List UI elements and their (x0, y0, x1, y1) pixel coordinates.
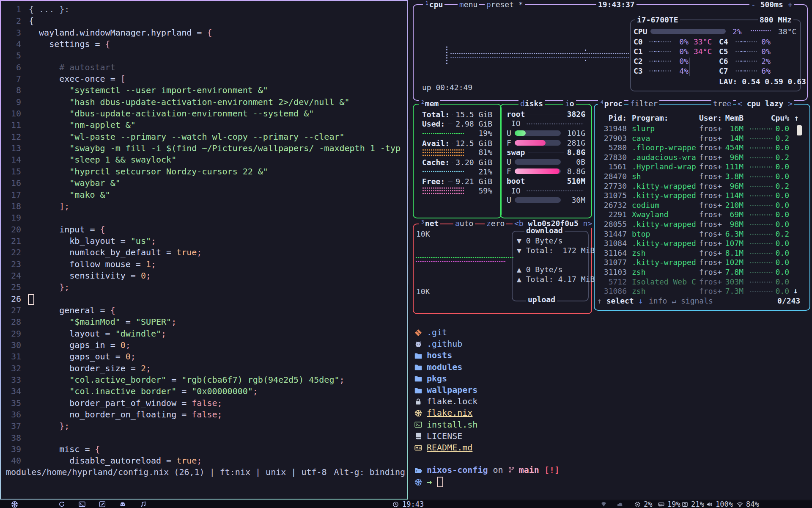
code-line-34[interactable]: 34"col.inactive_border" = "0x00000000"; (1, 386, 407, 397)
file-entry-wallpapers[interactable]: wallpapers (414, 384, 477, 396)
file-name: .git (427, 327, 447, 338)
file-entry-.git[interactable]: .git (414, 327, 447, 338)
code-line-21[interactable]: 21kb_layout = "us"; (1, 235, 407, 247)
github-icon (414, 340, 422, 348)
file-name: hosts (427, 350, 452, 361)
status-module-wifi-icon[interactable]: 84% (737, 500, 759, 508)
code-line-4[interactable]: 4settings = { (1, 39, 407, 50)
code-line-12[interactable]: 12"wl-paste --primary --watch wl-copy --… (1, 131, 407, 143)
waybar: 19:432%19%21%100%84% (0, 500, 812, 508)
code-line-10[interactable]: 10"dbus-update-activation-environment --… (1, 108, 407, 119)
line-number: 6 (1, 62, 21, 73)
launcher-terminal-icon[interactable] (79, 500, 85, 508)
file-entry-flake.lock[interactable]: flake.lock (414, 396, 477, 407)
launcher-refresh-icon[interactable] (58, 500, 65, 508)
line-number: 11 (1, 119, 21, 131)
nix-menu-button[interactable] (11, 500, 18, 508)
line-number: 37 (1, 420, 21, 432)
status-module-ram-icon[interactable]: 19% (658, 500, 680, 508)
code-line-28[interactable]: 28"$mainMod" = "SUPER"; (1, 316, 407, 328)
editor-window[interactable]: 1{ ... }:2{3wayland.windowManager.hyprla… (0, 0, 408, 500)
code-line-5[interactable]: 5 (1, 50, 407, 61)
chip-icon (634, 501, 641, 508)
launcher-music-icon[interactable] (140, 500, 146, 508)
code-line-13[interactable]: 13"swaybg -m fill -i $(find ~/Pictures/w… (1, 143, 407, 154)
code-area[interactable]: 1{ ... }:2{3wayland.windowManager.hyprla… (1, 4, 407, 467)
line-number: 13 (1, 143, 21, 154)
code-line-30[interactable]: 30gaps_in = 0; (1, 340, 407, 351)
code-line-6[interactable]: 6# autostart (1, 62, 407, 73)
nix-icon (11, 501, 18, 508)
code-line-35[interactable]: 35border_part_of_window = false; (1, 398, 407, 409)
code-line-37[interactable]: 37}; (1, 420, 407, 432)
code-line-23[interactable]: 23follow_mouse = 1; (1, 259, 407, 270)
code-line-29[interactable]: 29layout = "dwindle"; (1, 328, 407, 340)
code-line-22[interactable]: 22numlock_by_default = true; (1, 247, 407, 258)
line-number: 21 (1, 235, 21, 247)
line-number: 29 (1, 328, 21, 340)
file-entry-README.md[interactable]: README.md (414, 442, 472, 453)
line-number: 12 (1, 131, 21, 143)
line-number: 14 (1, 154, 21, 166)
code-line-36[interactable]: 36no_border_on_floating = false; (1, 409, 407, 420)
code-line-39[interactable]: 39misc = { (1, 444, 407, 455)
shell-prompt-input[interactable]: → (414, 476, 443, 488)
clock-module[interactable]: 19:43 (392, 500, 424, 508)
file-entry-pkgs[interactable]: pkgs (414, 373, 447, 384)
editor-cursor (28, 294, 34, 305)
file-name: flake.lock (427, 396, 477, 407)
code-line-8[interactable]: 8"systemctl --user import-environment &" (1, 85, 407, 96)
file-entry-LICENSE[interactable]: LICENSE (414, 431, 462, 442)
code-line-16[interactable]: 16"waybar &" (1, 177, 407, 189)
code-line-15[interactable]: 15"hyprctl setcursor Nordzy-cursors 22 &… (1, 166, 407, 177)
code-line-3[interactable]: 3wayland.windowManager.hyprland = { (1, 27, 407, 39)
code-line-9[interactable]: 9"hash dbus-update-activation-environmen… (1, 97, 407, 108)
code-line-27[interactable]: 27general = { (1, 305, 407, 316)
code-line-20[interactable]: 20input = { (1, 224, 407, 235)
code-line-24[interactable]: 24sensitivity = 0; (1, 270, 407, 282)
clock-icon (392, 501, 399, 508)
shell-icon (414, 421, 422, 428)
code-line-14[interactable]: 14"sleep 1 && swaylock" (1, 154, 407, 166)
code-line-38[interactable]: 38 (1, 432, 407, 444)
nix-icon (414, 409, 422, 417)
line-number: 23 (1, 259, 21, 270)
code-line-7[interactable]: 7exec-once = [ (1, 73, 407, 85)
file-name: wallpapers (427, 384, 477, 396)
volume-icon (706, 501, 713, 508)
tray-signal-icon[interactable] (601, 500, 607, 508)
code-line-33[interactable]: 33"col.active_border" = "rgb(cba6f7) rgb… (1, 374, 407, 386)
statusline-file-info: modules/home/hyprland/config.nix (26,1) … (6, 467, 327, 478)
code-line-19[interactable]: 19 (1, 212, 407, 224)
code-line-25[interactable]: 25}; (1, 282, 407, 293)
code-line-26[interactable]: 26 (1, 293, 407, 305)
line-number: 15 (1, 166, 21, 177)
code-line-17[interactable]: 17"mako &" (1, 189, 407, 201)
file-entry-hosts[interactable]: hosts (414, 350, 452, 361)
status-module-volume-icon[interactable]: 100% (706, 500, 733, 508)
btop-window[interactable] (409, 0, 812, 312)
code-line-18[interactable]: 18]; (1, 201, 407, 212)
code-line-31[interactable]: 31gaps_out = 0; (1, 351, 407, 362)
terminal-cursor (437, 477, 443, 487)
launcher-discord-icon[interactable] (119, 500, 126, 508)
status-module-hdd-icon[interactable]: 21% (682, 500, 704, 508)
line-number: 33 (1, 374, 21, 386)
file-entry-install.sh[interactable]: install.sh (414, 419, 477, 431)
code-line-11[interactable]: 11"nm-applet &" (1, 119, 407, 131)
code-line-32[interactable]: 32border_size = 2; (1, 363, 407, 374)
code-line-1[interactable]: 1{ ... }: (1, 4, 407, 15)
code-line-2[interactable]: 2{ (1, 15, 407, 27)
shell-prompt-path: nixos-config on main [!] (414, 464, 560, 476)
file-entry-modules[interactable]: modules (414, 362, 462, 373)
tray-cloud-icon[interactable] (617, 500, 623, 508)
line-number: 2 (1, 15, 21, 27)
file-entry-flake.nix[interactable]: flake.nix (414, 407, 472, 419)
status-module-chip-icon[interactable]: 2% (634, 500, 652, 508)
file-name: install.sh (427, 419, 477, 431)
file-entry-.github[interactable]: .github (414, 338, 462, 350)
line-number: 39 (1, 444, 21, 455)
code-line-40[interactable]: 40disable_autoreload = true; (1, 455, 407, 467)
launcher-note-icon[interactable] (99, 500, 106, 508)
music-icon (140, 501, 146, 508)
